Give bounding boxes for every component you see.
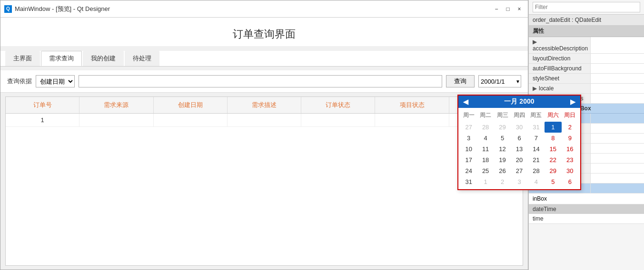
cal-day[interactable]: 2 xyxy=(494,176,511,187)
prop-row-accessible-desc: ▶accessibleDescription xyxy=(529,37,644,54)
prop-value[interactable] xyxy=(591,134,644,143)
cal-day-today[interactable]: 1 xyxy=(545,122,561,133)
cal-day[interactable]: 10 xyxy=(460,144,477,154)
cal-day[interactable]: 26 xyxy=(494,165,511,176)
cal-day[interactable]: 30 xyxy=(562,165,578,176)
cal-day[interactable]: 14 xyxy=(528,144,545,154)
title-bar: Q MainWindow - [预览] - Qt Designer − □ × xyxy=(0,0,528,18)
inbox-label: inBox xyxy=(533,195,547,202)
prop-value[interactable] xyxy=(591,64,644,73)
cal-day[interactable]: 15 xyxy=(545,144,561,154)
cal-day[interactable]: 3 xyxy=(460,133,477,144)
cal-day[interactable]: 5 xyxy=(494,133,511,144)
cal-day[interactable]: 8 xyxy=(545,133,561,144)
cal-day[interactable]: 29 xyxy=(545,165,561,176)
prop-value[interactable] xyxy=(591,183,644,193)
prop-value[interactable] xyxy=(591,174,644,183)
minimize-button[interactable]: − xyxy=(492,4,501,14)
cal-day[interactable]: 13 xyxy=(511,144,527,154)
cal-day[interactable]: 4 xyxy=(477,133,494,144)
tabs-bar: 主界面 需求查询 我的创建 待处理 xyxy=(0,51,528,67)
cal-day[interactable]: 22 xyxy=(545,154,561,165)
query-select[interactable]: 创建日期 xyxy=(36,75,75,87)
td-desc xyxy=(228,114,301,126)
cal-day[interactable]: 31 xyxy=(528,122,545,133)
th-order-status: 订单状态 xyxy=(301,97,375,113)
cal-day[interactable]: 28 xyxy=(528,165,545,176)
prop-value[interactable] xyxy=(591,124,644,133)
tab-query[interactable]: 需求查询 xyxy=(41,51,82,66)
cal-day[interactable]: 1 xyxy=(477,176,494,187)
query-bar: 查询依据 创建日期 查询 ▼ xyxy=(0,70,528,93)
prop-value[interactable] xyxy=(591,94,644,103)
cal-day[interactable]: 21 xyxy=(528,154,545,165)
cal-day[interactable]: 9 xyxy=(562,133,578,144)
query-label: 查询依据 xyxy=(7,77,32,86)
cal-day[interactable]: 29 xyxy=(494,122,511,133)
qt-icon: Q xyxy=(4,5,12,13)
prop-name: ▶locale xyxy=(529,84,591,93)
cal-next-button[interactable]: ▶ xyxy=(568,98,577,106)
table-header-row: 订单号 需求来源 创建日期 需求描述 订单状态 项目状态 流程状态 xyxy=(6,97,523,114)
cal-day[interactable]: 28 xyxy=(477,122,494,133)
prop-row-autofill: autoFillBackground xyxy=(529,64,644,74)
maximize-button[interactable]: □ xyxy=(503,4,513,14)
td-created-date xyxy=(154,114,228,126)
cal-day[interactable]: 31 xyxy=(460,176,477,187)
cal-wd-sat: 周六 xyxy=(545,110,561,121)
cal-day[interactable]: 27 xyxy=(460,122,477,133)
cal-day[interactable]: 18 xyxy=(477,154,494,165)
tab-created[interactable]: 我的创建 xyxy=(83,51,124,66)
prop-value[interactable] xyxy=(591,74,644,83)
prop-value[interactable] xyxy=(591,54,644,63)
th-order-id: 订单号 xyxy=(6,97,79,113)
cal-day[interactable]: 19 xyxy=(494,154,511,165)
cal-day[interactable]: 12 xyxy=(494,144,511,154)
query-input[interactable] xyxy=(79,75,442,87)
prop-row-stylesheet: styleSheet xyxy=(529,74,644,84)
prop-name: styleSheet xyxy=(529,74,591,83)
datetime-label: dateTime xyxy=(529,204,644,214)
th-project-status: 项目状态 xyxy=(375,97,449,113)
query-button[interactable]: 查询 xyxy=(446,75,475,87)
cal-day[interactable]: 2 xyxy=(562,122,578,133)
filter-input[interactable] xyxy=(533,2,640,12)
td-order-status xyxy=(301,114,375,126)
prop-value[interactable] xyxy=(591,114,644,123)
right-section-header: 属性 xyxy=(529,26,644,37)
cal-day[interactable]: 25 xyxy=(477,165,494,176)
prop-row-locale: ▶locale xyxy=(529,84,644,94)
prop-value[interactable] xyxy=(591,84,644,93)
prop-value[interactable] xyxy=(591,154,644,163)
close-button[interactable]: × xyxy=(515,4,524,14)
cal-day[interactable]: 20 xyxy=(511,154,527,165)
prop-value[interactable] xyxy=(591,164,644,173)
tab-main[interactable]: 主界面 xyxy=(5,51,40,66)
cal-prev-button[interactable]: ◀ xyxy=(461,98,470,106)
cal-day[interactable]: 24 xyxy=(460,165,477,176)
prop-row-layout-dir: layoutDirection xyxy=(529,54,644,64)
title-bar-controls: − □ × xyxy=(492,4,524,14)
cal-month-year: 一月 2000 xyxy=(504,97,534,106)
cal-day[interactable]: 17 xyxy=(460,154,477,165)
cal-wd-tue: 周二 xyxy=(477,110,494,121)
cal-day[interactable]: 23 xyxy=(562,154,578,165)
cal-day[interactable]: 4 xyxy=(528,176,545,187)
prop-value[interactable] xyxy=(591,144,644,153)
cal-day[interactable]: 7 xyxy=(528,133,545,144)
cal-day[interactable]: 27 xyxy=(511,165,527,176)
cal-day[interactable]: 5 xyxy=(545,176,561,187)
cal-day[interactable]: 3 xyxy=(511,176,527,187)
prop-value[interactable] xyxy=(591,37,644,53)
cal-day[interactable]: 11 xyxy=(477,144,494,154)
cal-day[interactable]: 16 xyxy=(562,144,578,154)
main-window: Q MainWindow - [预览] - Qt Designer − □ × … xyxy=(0,0,528,270)
td-source xyxy=(79,114,153,126)
tab-pending[interactable]: 待处理 xyxy=(125,51,159,66)
date-input[interactable] xyxy=(478,75,521,87)
cal-day[interactable]: 30 xyxy=(511,122,527,133)
date-input-wrapper: ▼ xyxy=(478,75,521,87)
table-row: 1 xyxy=(6,114,523,127)
cal-day[interactable]: 6 xyxy=(511,133,527,144)
cal-day[interactable]: 6 xyxy=(562,176,578,187)
